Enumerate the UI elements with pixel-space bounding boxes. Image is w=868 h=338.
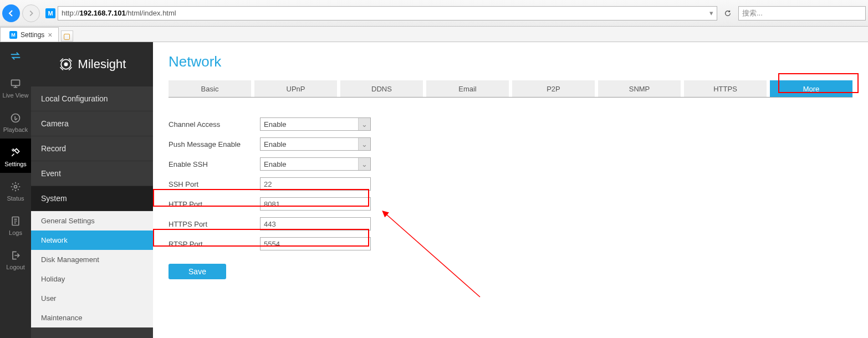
menu-event[interactable]: Event xyxy=(31,161,153,186)
input-http-port[interactable] xyxy=(260,197,371,211)
rail-item-logout[interactable]: Logout xyxy=(0,242,31,276)
page-title: Network xyxy=(169,53,852,70)
rail-label: Logout xyxy=(6,264,25,270)
row-channel-access: Channel Access Enable⌄ xyxy=(169,114,852,134)
svg-point-2 xyxy=(14,186,17,188)
chevron-down-icon: ⌄ xyxy=(358,118,370,130)
network-more-form: Channel Access Enable⌄ Push Message Enab… xyxy=(169,114,852,279)
logs-icon xyxy=(9,215,22,227)
select-enable-ssh[interactable]: Enable⌄ xyxy=(260,157,371,171)
sub-holiday[interactable]: Holiday xyxy=(31,269,153,289)
svg-rect-0 xyxy=(12,80,20,85)
input-rtsp-port[interactable] xyxy=(260,237,371,250)
address-bar[interactable]: http://192.168.7.101/html/index.html ▾ xyxy=(58,6,717,21)
search-placeholder: 搜索... xyxy=(742,8,763,18)
menu-camera[interactable]: Camera xyxy=(31,111,153,136)
sub-disk-management[interactable]: Disk Management xyxy=(31,250,153,269)
rail-item-playback[interactable]: Playback xyxy=(0,104,31,139)
rail-item-settings[interactable]: Settings xyxy=(0,139,31,173)
close-tab-icon[interactable]: × xyxy=(48,31,52,39)
label-enable-ssh: Enable SSH xyxy=(169,160,260,168)
status-icon xyxy=(9,181,22,193)
menu-local-config[interactable]: Local Configuration xyxy=(31,86,153,111)
rail-label: Status xyxy=(7,195,24,202)
tabs-row: Basic UPnP DDNS Email P2P SNMP HTTPS Mor… xyxy=(169,80,852,98)
rail-item-liveview[interactable]: Live View xyxy=(0,70,31,104)
row-ssh-port: SSH Port xyxy=(169,174,852,194)
rail-label: Settings xyxy=(4,161,27,167)
save-button[interactable]: Save xyxy=(169,264,226,279)
row-https-port: HTTPS Port xyxy=(169,214,852,234)
browser-toolbar: M http://192.168.7.101/html/index.html ▾… xyxy=(0,0,868,27)
url-path: /html/index.html xyxy=(126,9,176,17)
rail-item-status[interactable]: Status xyxy=(0,173,31,207)
rail-item-swap[interactable] xyxy=(0,42,31,70)
label-http-port: HTTP Port xyxy=(169,200,260,208)
label-push-message: Push Message Enable xyxy=(169,140,260,148)
row-rtsp-port: RTSP Port xyxy=(169,234,852,254)
dropdown-icon[interactable]: ▾ xyxy=(709,9,713,17)
label-channel-access: Channel Access xyxy=(169,120,260,129)
new-tab-button[interactable]: ▢ xyxy=(61,30,73,42)
sub-general-settings[interactable]: General Settings xyxy=(31,211,153,231)
tab-more[interactable]: More xyxy=(770,80,852,97)
svg-point-5 xyxy=(64,63,68,66)
sub-maintenance[interactable]: Maintenance xyxy=(31,308,153,327)
row-enable-ssh: Enable SSH Enable⌄ xyxy=(169,154,852,174)
monitor-icon xyxy=(9,78,22,90)
select-push-message[interactable]: Enable⌄ xyxy=(260,137,371,151)
rail-label: Logs xyxy=(9,229,22,236)
input-https-port[interactable] xyxy=(260,217,371,231)
rail-label: Live View xyxy=(3,92,29,99)
site-favicon: M xyxy=(45,8,55,18)
rail-label: Playback xyxy=(3,126,28,133)
input-ssh-port[interactable] xyxy=(260,177,371,191)
submenu-system: General Settings Network Disk Management… xyxy=(31,211,153,327)
tab-snmp[interactable]: SNMP xyxy=(598,80,681,97)
tab-upnp[interactable]: UPnP xyxy=(254,80,337,97)
tools-icon xyxy=(9,146,22,158)
logout-icon xyxy=(9,249,22,262)
rail-item-logs[interactable]: Logs xyxy=(0,207,31,242)
chevron-down-icon: ⌄ xyxy=(358,138,370,150)
tab-title: Settings xyxy=(21,31,44,39)
label-ssh-port: SSH Port xyxy=(169,180,260,188)
nav-rail: Live View Playback Settings Status Logs … xyxy=(0,42,31,338)
menu-record[interactable]: Record xyxy=(31,136,153,161)
menu-system[interactable]: System xyxy=(31,186,153,211)
sub-network[interactable]: Network xyxy=(31,231,153,250)
playback-icon xyxy=(9,112,22,124)
refresh-button[interactable] xyxy=(719,9,736,17)
tab-favicon: M xyxy=(9,31,17,39)
back-button[interactable] xyxy=(2,4,20,22)
url-host: 192.168.7.101 xyxy=(80,9,126,17)
brand-name: Milesight xyxy=(78,57,126,71)
tab-p2p[interactable]: P2P xyxy=(512,80,595,97)
chevron-down-icon: ⌄ xyxy=(358,158,370,170)
browser-tab-settings[interactable]: M Settings × xyxy=(0,27,59,42)
tab-email[interactable]: Email xyxy=(426,80,509,97)
sub-user[interactable]: User xyxy=(31,289,153,308)
tab-basic[interactable]: Basic xyxy=(169,80,251,97)
brand-logo: Milesight xyxy=(31,42,153,86)
label-https-port: HTTPS Port xyxy=(169,220,260,228)
row-push-message: Push Message Enable Enable⌄ xyxy=(169,134,852,154)
select-channel-access[interactable]: Enable⌄ xyxy=(260,117,371,131)
url-scheme: http:// xyxy=(62,9,80,17)
swap-icon xyxy=(9,50,22,62)
sidebar-menu: Milesight Local Configuration Camera Rec… xyxy=(31,42,153,338)
tab-https[interactable]: HTTPS xyxy=(684,80,767,97)
search-bar[interactable]: 搜索... xyxy=(738,6,866,21)
tab-ddns[interactable]: DDNS xyxy=(340,80,423,97)
row-http-port: HTTP Port xyxy=(169,194,852,214)
content-area: Network Basic UPnP DDNS Email P2P SNMP H… xyxy=(153,42,868,338)
label-rtsp-port: RTSP Port xyxy=(169,240,260,248)
forward-button[interactable] xyxy=(22,4,40,22)
browser-tab-strip: M Settings × ▢ xyxy=(0,27,868,42)
